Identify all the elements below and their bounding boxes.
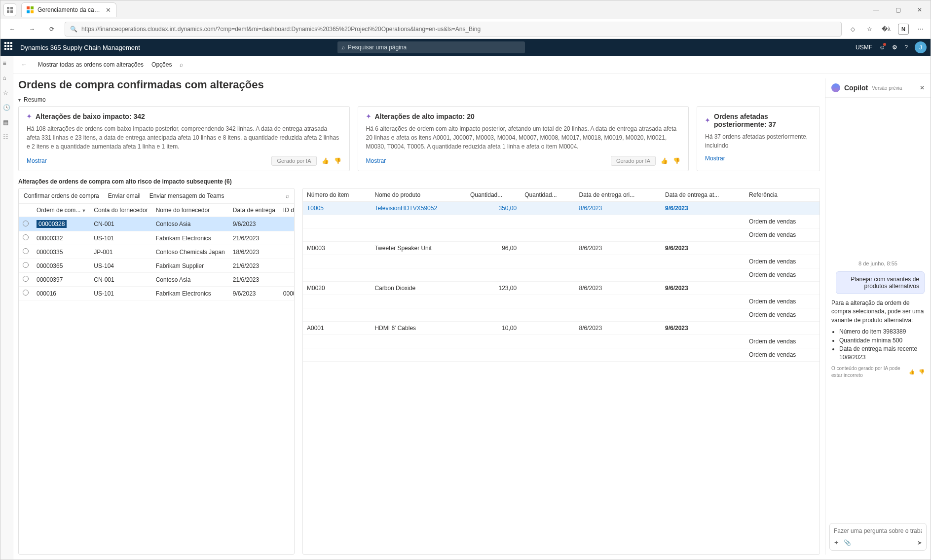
table-row[interactable]: Ordem de vendas: [303, 335, 819, 348]
col-vendor-acct[interactable]: Conta do fornecedor: [90, 204, 151, 217]
settings-icon[interactable]: ⚙: [892, 44, 897, 51]
col-qty1[interactable]: Quantidad...: [466, 188, 521, 202]
thumbs-down-icon[interactable]: 👎: [919, 369, 925, 376]
row-radio[interactable]: [23, 290, 29, 296]
show-link[interactable]: Mostrar: [366, 157, 386, 164]
resumo-section-header[interactable]: ▾ Resumo: [18, 96, 820, 103]
table-row[interactable]: 00000365 US-104 Fabrikam Supplier 21/6/2…: [19, 259, 295, 273]
user-avatar[interactable]: J: [915, 41, 927, 53]
row-radio[interactable]: [23, 221, 29, 226]
col-vendor-name[interactable]: Nome do fornecedor: [152, 204, 229, 217]
show-link[interactable]: Mostrar: [27, 157, 47, 164]
site-info-icon[interactable]: 🔍: [70, 26, 77, 33]
app-search[interactable]: ⌕ Pesquisar uma página: [337, 41, 525, 53]
page-back-button[interactable]: ←: [18, 59, 30, 71]
window-maximize-button[interactable]: ▢: [887, 0, 909, 19]
nav-forward-button[interactable]: →: [25, 22, 39, 36]
table-row[interactable]: Ordem de vendas: [303, 348, 819, 362]
options-link[interactable]: Opções: [151, 61, 172, 68]
thumbs-down-icon[interactable]: 👎: [673, 157, 680, 164]
rail-home-icon[interactable]: ⌂: [3, 75, 11, 82]
thumbs-up-icon[interactable]: 👍: [322, 157, 329, 164]
col-product[interactable]: Nome do produto: [371, 188, 466, 202]
attach-icon[interactable]: 📎: [844, 539, 851, 546]
rail-module-icon[interactable]: ▦: [3, 119, 11, 127]
table-row[interactable]: Ordem de vendas: [303, 255, 819, 268]
cell-order[interactable]: 00000335: [33, 245, 90, 259]
col-date-orig[interactable]: Data de entrega ori...: [575, 188, 661, 202]
search-icon[interactable]: ⌕: [286, 192, 289, 199]
cell-order[interactable]: 00000328: [33, 217, 90, 231]
table-row[interactable]: 00000328 CN-001 Contoso Asia 9/6/2023: [19, 217, 295, 231]
copilot-text-input[interactable]: [834, 527, 922, 534]
thumbs-up-icon[interactable]: 👍: [661, 157, 668, 164]
table-row[interactable]: T0005 TelevisionHDTVX59052 350,00 8/6/20…: [303, 202, 819, 215]
profile-badge[interactable]: N: [898, 24, 909, 35]
window-close-button[interactable]: ✕: [909, 0, 931, 19]
thumbs-up-icon[interactable]: 👍: [909, 369, 915, 376]
rail-list-icon[interactable]: ☷: [3, 134, 11, 142]
row-radio[interactable]: [23, 276, 29, 282]
cell-order[interactable]: 00000332: [33, 231, 90, 245]
window-minimize-button[interactable]: —: [865, 0, 887, 19]
cell-order[interactable]: 00000365: [33, 259, 90, 273]
nav-refresh-button[interactable]: ⟳: [45, 22, 59, 36]
table-row[interactable]: 000016 US-101 Fabrikam Electronics 9/6/2…: [19, 287, 295, 300]
more-icon[interactable]: ⋯: [916, 24, 926, 34]
cell-vendor-name: Contoso Chemicals Japan: [152, 245, 229, 259]
table-row[interactable]: 00000332 US-101 Fabrikam Electronics 21/…: [19, 231, 295, 245]
reading-mode-icon[interactable]: ◇: [848, 24, 857, 34]
col-qty2[interactable]: Quantidad...: [521, 188, 575, 202]
cell-order[interactable]: 000016: [33, 287, 90, 300]
company-code[interactable]: USMF: [856, 44, 872, 51]
col-ref[interactable]: Referência: [745, 188, 819, 202]
table-row[interactable]: M0020 Carbon Dioxide 123,00 8/6/2023 9/6…: [303, 282, 819, 295]
send-icon[interactable]: ➤: [917, 539, 922, 546]
copilot-close-button[interactable]: ✕: [920, 84, 925, 91]
table-row[interactable]: A0001 HDMI 6' Cables 10,00 8/6/2023 9/6/…: [303, 322, 819, 335]
table-row[interactable]: Ordem de vendas: [303, 215, 819, 228]
cell-item: [303, 348, 371, 362]
cell-order[interactable]: 00000397: [33, 273, 90, 287]
nav-back-button[interactable]: ←: [5, 22, 19, 36]
url-input[interactable]: 🔍 https://financeoperations.cloudax.int.…: [65, 22, 842, 37]
rail-menu-icon[interactable]: ≡: [3, 60, 11, 68]
row-radio[interactable]: [23, 262, 29, 268]
table-row[interactable]: Ordem de vendas: [303, 268, 819, 282]
sparkle-icon[interactable]: ✦: [834, 539, 839, 546]
cell-qty2: [521, 242, 575, 255]
table-row[interactable]: 00000397 CN-001 Contoso Asia 21/6/2023: [19, 273, 295, 287]
send-teams-button[interactable]: Enviar mensagem do Teams: [149, 192, 224, 199]
waffle-icon[interactable]: [4, 42, 15, 53]
rail-star-icon[interactable]: ☆: [3, 89, 11, 97]
emoji-icon[interactable]: ☺: [879, 44, 885, 51]
col-item-no[interactable]: Número do item: [303, 188, 371, 202]
cell-vendor-acct: CN-001: [90, 217, 151, 231]
browser-tab[interactable]: Gerenciamento da cadeia de forn ✕: [21, 2, 116, 17]
workspace-button[interactable]: [3, 3, 16, 16]
breadcrumb-path[interactable]: Mostrar todas as ordens com alterações: [38, 61, 144, 68]
row-radio[interactable]: [23, 234, 29, 240]
show-link[interactable]: Mostrar: [705, 155, 725, 162]
thumbs-down-icon[interactable]: 👎: [334, 157, 341, 164]
copilot-input-box[interactable]: ✦ 📎 ➤: [829, 523, 927, 551]
col-contact[interactable]: ID de contato: [279, 204, 295, 217]
confirm-po-button[interactable]: Confirmar ordens de compra: [24, 192, 99, 199]
rail-clock-icon[interactable]: 🕓: [3, 104, 11, 112]
col-delivery[interactable]: Data de entrega: [229, 204, 279, 217]
favorite-icon[interactable]: ☆: [864, 24, 874, 34]
table-row[interactable]: M0003 Tweeter Speaker Unit 96,00 8/6/202…: [303, 242, 819, 255]
table-row[interactable]: Ordem de vendas: [303, 228, 819, 242]
favorites-bar-icon[interactable]: �λ: [881, 24, 891, 34]
cell-ref: Ordem de vendas: [745, 255, 819, 268]
table-row[interactable]: Ordem de vendas: [303, 295, 819, 308]
row-radio[interactable]: [23, 248, 29, 254]
page-search-icon[interactable]: ⌕: [180, 61, 183, 68]
help-icon[interactable]: ?: [904, 44, 908, 51]
col-date-upd[interactable]: Data de entrega at...: [661, 188, 745, 202]
table-row[interactable]: 00000335 JP-001 Contoso Chemicals Japan …: [19, 245, 295, 259]
tab-close-icon[interactable]: ✕: [106, 6, 111, 14]
col-order[interactable]: Ordem de com...▼: [33, 204, 90, 217]
table-row[interactable]: Ordem de vendas: [303, 308, 819, 322]
send-email-button[interactable]: Enviar email: [108, 192, 141, 199]
